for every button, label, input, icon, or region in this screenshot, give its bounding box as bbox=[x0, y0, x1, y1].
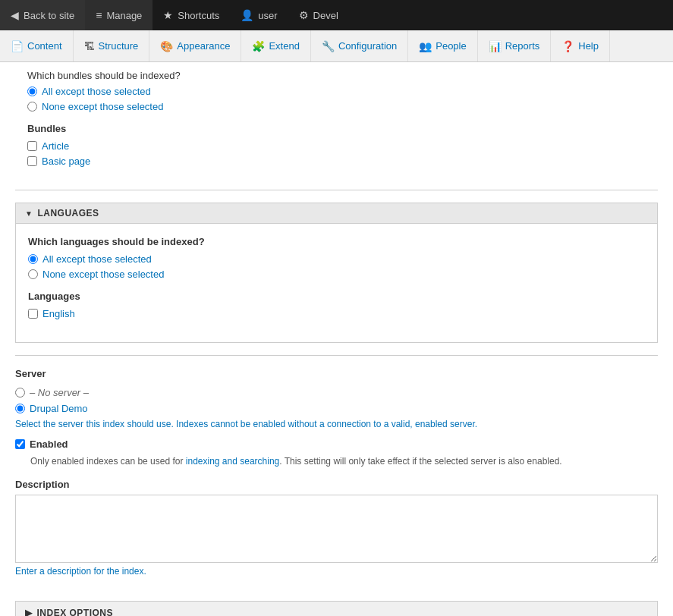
tab-content[interactable]: 📄 Content bbox=[0, 30, 74, 61]
manage-icon: ≡ bbox=[96, 9, 102, 21]
bundles-question: Which bundles should be indexed? bbox=[27, 70, 646, 81]
languages-section-content: Which languages should be indexed? All e… bbox=[16, 224, 657, 342]
bundles-checkboxes: Bundles Article Basic page bbox=[27, 123, 646, 167]
tab-help[interactable]: ❓ Help bbox=[551, 30, 610, 61]
devel-label: Devel bbox=[313, 10, 338, 21]
structure-icon: 🏗 bbox=[84, 40, 95, 52]
main-content: Which bundles should be indexed? All exc… bbox=[0, 62, 673, 616]
configuration-icon: 🔧 bbox=[322, 40, 335, 52]
article-checkbox[interactable]: Article bbox=[27, 140, 646, 152]
enabled-label: Enabled bbox=[30, 438, 68, 450]
back-icon: ◀ bbox=[11, 9, 19, 21]
tab-reports[interactable]: 📊 Reports bbox=[478, 30, 552, 61]
drupal-demo-radio-input[interactable] bbox=[15, 404, 25, 413]
languages-question: Which languages should be indexed? bbox=[28, 236, 645, 247]
description-helper-text: Enter a description for the index. bbox=[15, 566, 658, 577]
manage-label: Manage bbox=[106, 10, 142, 21]
enabled-checkbox[interactable]: Enabled bbox=[15, 438, 658, 450]
bundles-section: Which bundles should be indexed? All exc… bbox=[15, 62, 658, 190]
description-textarea[interactable] bbox=[15, 495, 658, 563]
none-except-radio[interactable]: None except those selected bbox=[27, 101, 646, 112]
admin-bar: ◀ Back to site ≡ Manage ★ Shortcuts 👤 us… bbox=[0, 0, 673, 30]
user-icon: 👤 bbox=[241, 9, 253, 21]
index-options-title: INDEX OPTIONS bbox=[37, 608, 114, 616]
gear-icon: ⚙ bbox=[299, 9, 309, 21]
bundles-radio-group: Which bundles should be indexed? All exc… bbox=[27, 70, 646, 112]
devel-button[interactable]: ⚙ Devel bbox=[288, 0, 349, 30]
user-label: user bbox=[258, 10, 277, 21]
english-checkbox[interactable]: English bbox=[28, 308, 645, 319]
languages-title: LANGUAGES bbox=[37, 208, 99, 218]
tab-appearance[interactable]: 🎨 Appearance bbox=[149, 30, 241, 61]
lang-all-except-radio-input[interactable] bbox=[28, 254, 38, 264]
shortcuts-label: Shortcuts bbox=[178, 10, 219, 21]
server-section: Server – No server – Drupal Demo Select … bbox=[15, 355, 658, 589]
back-to-site-label: Back to site bbox=[24, 10, 74, 21]
content-icon: 📄 bbox=[11, 40, 24, 52]
none-except-radio-input[interactable] bbox=[27, 102, 37, 112]
shortcuts-button[interactable]: ★ Shortcuts bbox=[153, 0, 230, 30]
appearance-icon: 🎨 bbox=[160, 40, 173, 52]
tab-people[interactable]: 👥 People bbox=[408, 30, 477, 61]
tab-structure[interactable]: 🏗 Structure bbox=[74, 30, 150, 61]
tab-extend[interactable]: 🧩 Extend bbox=[241, 30, 310, 61]
lang-none-except-label: None except those selected bbox=[42, 269, 164, 280]
english-label: English bbox=[42, 308, 75, 319]
people-icon: 👥 bbox=[419, 40, 432, 52]
all-except-radio-input[interactable] bbox=[27, 86, 37, 96]
enabled-checkbox-input[interactable] bbox=[15, 439, 25, 449]
reports-icon: 📊 bbox=[489, 40, 502, 52]
lang-none-except-radio[interactable]: None except those selected bbox=[28, 269, 645, 280]
user-button[interactable]: 👤 user bbox=[230, 0, 288, 30]
drupal-demo-radio[interactable]: Drupal Demo bbox=[15, 403, 658, 414]
help-icon: ❓ bbox=[561, 40, 574, 52]
languages-section: ▼ LANGUAGES Which languages should be in… bbox=[15, 203, 658, 343]
star-icon: ★ bbox=[163, 9, 173, 21]
lang-all-except-radio[interactable]: All except those selected bbox=[28, 253, 645, 265]
lang-none-except-radio-input[interactable] bbox=[28, 269, 38, 279]
basic-page-checkbox-input[interactable] bbox=[27, 156, 37, 166]
enabled-description: Only enabled indexes can be used for ind… bbox=[30, 454, 658, 468]
secondary-nav: 📄 Content 🏗 Structure 🎨 Appearance 🧩 Ext… bbox=[0, 30, 673, 62]
collapse-triangle-icon: ▼ bbox=[25, 209, 33, 218]
no-server-label: – No server – bbox=[30, 387, 89, 398]
drupal-demo-label: Drupal Demo bbox=[30, 403, 88, 414]
lang-all-except-label: All except those selected bbox=[42, 253, 152, 265]
languages-label: Languages bbox=[28, 291, 645, 302]
indexing-link[interactable]: indexing and searching bbox=[186, 456, 279, 467]
bundles-label: Bundles bbox=[27, 123, 646, 134]
description-label: Description bbox=[15, 479, 658, 490]
extend-icon: 🧩 bbox=[252, 40, 265, 52]
no-server-radio-input[interactable] bbox=[15, 388, 25, 398]
tab-configuration[interactable]: 🔧 Configuration bbox=[311, 30, 408, 61]
languages-radio-group: Which languages should be indexed? All e… bbox=[28, 236, 645, 280]
article-label: Article bbox=[42, 140, 69, 152]
manage-button[interactable]: ≡ Manage bbox=[85, 0, 153, 30]
basic-page-checkbox[interactable]: Basic page bbox=[27, 156, 646, 167]
server-helper-text: Select the server this index should use.… bbox=[15, 419, 658, 429]
back-to-site-button[interactable]: ◀ Back to site bbox=[0, 0, 85, 30]
server-label: Server bbox=[15, 368, 658, 379]
all-except-radio[interactable]: All except those selected bbox=[27, 86, 646, 97]
index-options-header[interactable]: ▶ INDEX OPTIONS bbox=[15, 601, 658, 616]
no-server-radio[interactable]: – No server – bbox=[15, 387, 658, 398]
article-checkbox-input[interactable] bbox=[27, 141, 37, 151]
none-except-label: None except those selected bbox=[42, 101, 163, 112]
all-except-label: All except those selected bbox=[42, 86, 151, 97]
languages-checkboxes: Languages English bbox=[28, 291, 645, 319]
english-checkbox-input[interactable] bbox=[28, 309, 38, 319]
basic-page-label: Basic page bbox=[42, 156, 90, 167]
expand-triangle-icon: ▶ bbox=[25, 608, 33, 616]
languages-section-header[interactable]: ▼ LANGUAGES bbox=[16, 203, 657, 224]
